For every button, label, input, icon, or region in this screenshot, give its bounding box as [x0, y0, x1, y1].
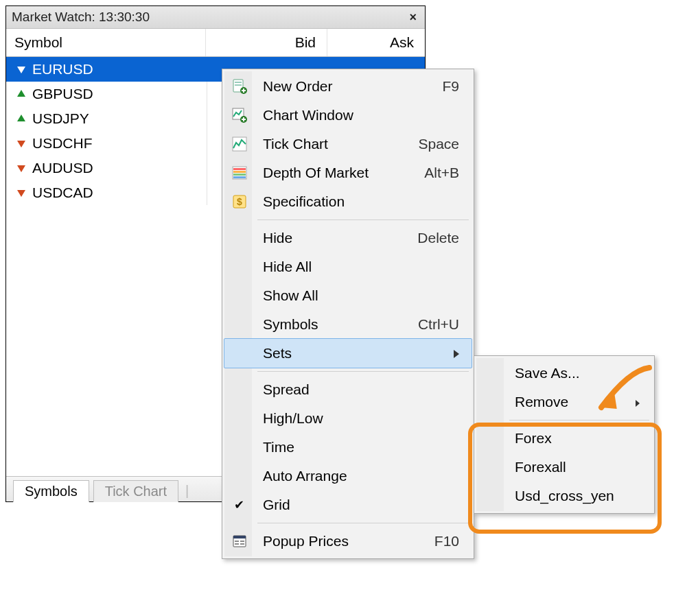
tick-chart-icon — [231, 136, 248, 152]
menu-auto-arrange[interactable]: Auto Arrange — [224, 462, 472, 490]
menu-depth-of-market[interactable]: Depth Of Market Alt+B — [224, 158, 472, 187]
submenu-set-forexall[interactable]: Forexall — [476, 453, 652, 482]
menu-shortcut: Space — [397, 136, 459, 152]
svg-marker-2 — [17, 115, 25, 121]
menu-hide[interactable]: Hide Delete — [224, 224, 472, 252]
symbol-name: USDCAD — [32, 185, 93, 201]
menu-label: Sets — [263, 345, 292, 362]
svg-marker-0 — [17, 67, 25, 73]
menu-label: Usd_cross_yen — [515, 488, 614, 504]
close-icon[interactable]: × — [406, 10, 419, 25]
menu-shortcut: F10 — [414, 533, 459, 549]
svg-rect-30 — [240, 543, 244, 545]
arrow-up-icon — [16, 88, 27, 99]
svg-rect-7 — [235, 82, 242, 83]
menu-label: Auto Arrange — [263, 468, 347, 484]
popup-prices-icon — [231, 533, 248, 549]
menu-label: Spread — [263, 381, 310, 398]
menu-label: Remove — [515, 394, 568, 410]
svg-marker-5 — [17, 190, 25, 197]
submenu-remove[interactable]: Remove — [476, 388, 652, 416]
tab-separator: | — [183, 483, 191, 501]
titlebar: Market Watch: 13:30:30 × — [6, 6, 425, 29]
svg-rect-19 — [233, 171, 246, 173]
svg-marker-1 — [17, 90, 25, 97]
menu-label: Popup Prices — [263, 533, 349, 549]
tab-tickchart[interactable]: Tick Chart — [93, 480, 178, 502]
menu-tick-chart[interactable]: Tick Chart Space — [224, 130, 472, 158]
menu-label: Chart Window — [263, 107, 353, 123]
svg-rect-8 — [235, 84, 242, 86]
symbol-name: EURUSD — [32, 61, 93, 78]
svg-rect-28 — [235, 543, 239, 545]
menu-label: High/Low — [263, 410, 323, 427]
menu-label: Specification — [263, 193, 345, 210]
menu-spread[interactable]: Spread — [224, 375, 472, 404]
svg-rect-26 — [233, 536, 246, 538]
symbol-name: USDJPY — [32, 110, 89, 127]
svg-rect-15 — [242, 119, 246, 120]
svg-marker-3 — [17, 141, 25, 147]
menu-label: Forex — [515, 430, 552, 447]
menu-label: Tick Chart — [263, 136, 328, 152]
depth-icon — [231, 165, 248, 181]
menu-popup-prices[interactable]: Popup Prices F10 — [224, 527, 472, 556]
chart-window-icon — [231, 107, 248, 123]
menu-specification[interactable]: $ Specification — [224, 187, 472, 216]
column-headers: Symbol Bid Ask — [6, 29, 425, 57]
col-ask[interactable]: Ask — [327, 29, 425, 56]
svg-marker-31 — [636, 400, 640, 407]
svg-rect-11 — [242, 90, 246, 91]
svg-marker-24 — [454, 350, 459, 358]
arrow-down-icon — [16, 163, 27, 174]
menu-label: Symbols — [263, 316, 318, 333]
menu-label: Depth Of Market — [263, 165, 369, 181]
menu-hide-all[interactable]: Hide All — [224, 252, 472, 281]
submenu-arrow-icon — [433, 345, 459, 362]
menu-symbols[interactable]: Symbols Ctrl+U — [224, 310, 472, 339]
col-symbol[interactable]: Symbol — [6, 29, 206, 56]
specification-icon: $ — [231, 193, 248, 210]
menu-sets[interactable]: Sets — [224, 338, 472, 368]
svg-rect-21 — [233, 176, 246, 178]
tab-symbols[interactable]: Symbols — [13, 480, 89, 502]
menu-label: Save As... — [515, 365, 580, 381]
menu-time[interactable]: Time — [224, 433, 472, 462]
col-bid[interactable]: Bid — [206, 29, 327, 56]
svg-rect-27 — [235, 541, 239, 542]
menu-shortcut: F9 — [421, 78, 459, 95]
menu-label: Show All — [263, 287, 318, 304]
menu-high-low[interactable]: High/Low — [224, 404, 472, 433]
menu-shortcut: Alt+B — [404, 165, 459, 181]
svg-rect-18 — [233, 168, 246, 170]
menu-new-order[interactable]: New Order F9 — [224, 72, 472, 101]
submenu-save-as[interactable]: Save As... — [476, 359, 652, 388]
menu-shortcut: Delete — [397, 230, 459, 246]
svg-rect-20 — [233, 174, 246, 176]
menu-show-all[interactable]: Show All — [224, 281, 472, 310]
menu-label: Hide All — [263, 259, 312, 275]
svg-rect-29 — [240, 541, 244, 542]
arrow-up-icon — [16, 113, 27, 124]
menu-label: Forexall — [515, 459, 566, 475]
menu-grid[interactable]: ✔ Grid — [224, 490, 472, 519]
symbol-name: USDCHF — [32, 135, 93, 152]
menu-label: Grid — [263, 497, 290, 513]
new-order-icon — [231, 78, 248, 95]
submenu-set-usdcrossyen[interactable]: Usd_cross_yen — [476, 482, 652, 510]
symbol-name: AUDUSD — [32, 160, 93, 176]
menu-chart-window[interactable]: Chart Window — [224, 101, 472, 130]
arrow-down-icon — [16, 187, 27, 198]
arrow-down-icon — [16, 138, 27, 149]
panel-title: Market Watch: 13:30:30 — [12, 10, 150, 25]
context-menu: New Order F9 Chart Window Tick Chart Spa… — [222, 69, 474, 559]
svg-marker-4 — [17, 165, 25, 172]
check-icon: ✔ — [234, 497, 244, 512]
arrow-down-icon — [16, 64, 27, 75]
menu-label: New Order — [263, 78, 333, 95]
menu-label: Time — [263, 439, 294, 455]
symbol-name: GBPUSD — [32, 86, 93, 102]
sets-submenu: Save As... Remove Forex Forexall Usd_cro… — [474, 355, 655, 514]
svg-text:$: $ — [237, 196, 242, 207]
submenu-set-forex[interactable]: Forex — [476, 424, 652, 453]
